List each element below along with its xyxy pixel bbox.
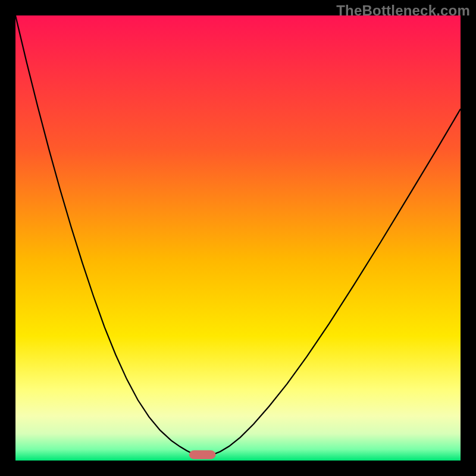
vertex-marker (189, 450, 216, 459)
plot-area (15, 15, 461, 461)
chart-frame: TheBottleneck.com (0, 0, 476, 476)
gradient-background (15, 15, 461, 461)
watermark-text: TheBottleneck.com (336, 2, 470, 19)
plot-svg (15, 15, 461, 461)
